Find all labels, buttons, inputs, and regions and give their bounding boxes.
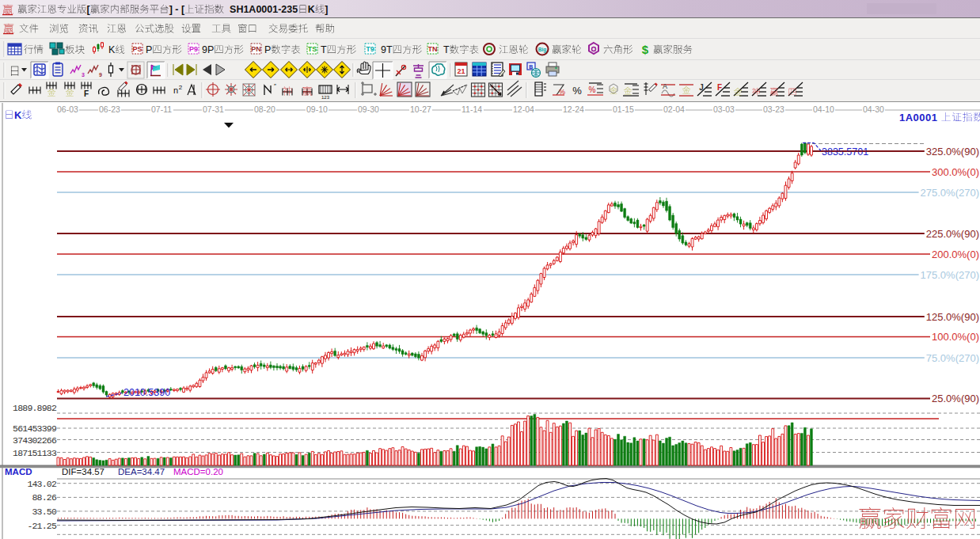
svg-text:561453399: 561453399 <box>13 423 57 434</box>
svg-text:88.26: 88.26 <box>32 492 56 503</box>
svg-text:07-11: 07-11 <box>151 104 172 114</box>
svg-text:]: ] <box>325 4 328 15</box>
svg-text:A: A <box>663 82 667 90</box>
svg-text:2: 2 <box>179 84 183 91</box>
svg-text:03-23: 03-23 <box>763 104 784 114</box>
svg-text:Big: Big <box>538 47 547 53</box>
svg-text:%: % <box>589 85 596 94</box>
svg-text:187151133: 187151133 <box>13 448 57 458</box>
svg-text:01-15: 01-15 <box>613 104 634 114</box>
svg-text:04-30: 04-30 <box>863 104 884 114</box>
svg-text:TS: TS <box>308 45 317 53</box>
svg-text:T: T <box>321 44 327 55</box>
svg-text:3835.5701: 3835.5701 <box>822 146 868 158</box>
svg-text:225.0%(90): 225.0%(90) <box>926 228 979 240</box>
svg-text:9: 9 <box>99 72 102 78</box>
svg-text:K: K <box>308 4 315 15</box>
svg-text:] - [: ] - [ <box>169 4 185 15</box>
svg-text:DIF=34.57: DIF=34.57 <box>62 467 104 476</box>
svg-text:06-23: 06-23 <box>99 104 120 114</box>
svg-text:300.0%(0): 300.0%(0) <box>932 166 979 178</box>
svg-text:25.0%(90): 25.0%(90) <box>932 393 979 404</box>
svg-text:″: ″ <box>274 82 276 89</box>
svg-text:33.50: 33.50 <box>32 507 56 517</box>
svg-text:02-04: 02-04 <box>663 104 685 114</box>
svg-text:B: B <box>529 64 533 70</box>
svg-text:2010.5390: 2010.5390 <box>123 387 170 398</box>
svg-text:09-10: 09-10 <box>306 104 328 114</box>
svg-text:06-03: 06-03 <box>57 104 78 114</box>
svg-text:%: % <box>572 85 582 97</box>
svg-text:PN: PN <box>251 45 261 53</box>
svg-text:03-03: 03-03 <box>713 104 735 114</box>
svg-text:3: 3 <box>82 72 85 78</box>
svg-text:12-04: 12-04 <box>513 104 534 114</box>
svg-text:11-14: 11-14 <box>462 104 482 114</box>
svg-text:04-10: 04-10 <box>813 104 834 114</box>
svg-text:9P: 9P <box>202 44 214 55</box>
svg-text:125.0%(90): 125.0%(90) <box>926 311 979 323</box>
svg-text:275.0%(270): 275.0%(270) <box>921 187 979 199</box>
svg-text:J: J <box>699 83 704 92</box>
svg-text:n: n <box>173 85 178 95</box>
svg-text:T9: T9 <box>366 45 374 53</box>
svg-text:07-31: 07-31 <box>203 104 224 114</box>
svg-text:12-24: 12-24 <box>563 104 584 114</box>
svg-text:MACD=0.20: MACD=0.20 <box>173 467 223 476</box>
svg-text:SH1A0001-235: SH1A0001-235 <box>224 4 298 15</box>
svg-text:200.0%(0): 200.0%(0) <box>932 249 979 260</box>
svg-text:143.02: 143.02 <box>27 479 57 489</box>
svg-text:374302266: 374302266 <box>13 435 57 446</box>
svg-text:$: $ <box>642 43 649 56</box>
svg-text:325.0%(90): 325.0%(90) <box>926 146 979 158</box>
svg-text:75.0%(270): 75.0%(270) <box>926 352 979 364</box>
svg-text:P9: P9 <box>189 45 198 53</box>
svg-text:100.0%(0): 100.0%(0) <box>932 331 979 343</box>
svg-text:09-30: 09-30 <box>358 104 379 114</box>
svg-text:1889.8982: 1889.8982 <box>13 403 57 413</box>
svg-text:MACD: MACD <box>5 467 32 476</box>
svg-text:K: K <box>14 109 22 121</box>
svg-text:K: K <box>108 44 116 55</box>
svg-text:21: 21 <box>457 67 465 75</box>
svg-text:175.0%(270): 175.0%(270) <box>921 269 979 281</box>
svg-text:F: F <box>84 89 89 98</box>
svg-text:1A0001: 1A0001 <box>899 112 941 123</box>
svg-text:-21.25: -21.25 <box>27 521 57 531</box>
svg-text:10-27: 10-27 <box>410 104 431 114</box>
svg-text:DEA=34.47: DEA=34.47 <box>118 467 165 476</box>
svg-text:123: 123 <box>321 95 330 100</box>
svg-text:TN: TN <box>428 45 438 53</box>
svg-text:F: F <box>717 83 722 92</box>
svg-text:P: P <box>264 44 271 55</box>
svg-text:P: P <box>146 44 152 55</box>
svg-text:08-20: 08-20 <box>254 104 275 114</box>
svg-text:PS: PS <box>132 45 142 53</box>
svg-text:9T: 9T <box>381 44 393 55</box>
svg-text:T: T <box>443 44 450 55</box>
